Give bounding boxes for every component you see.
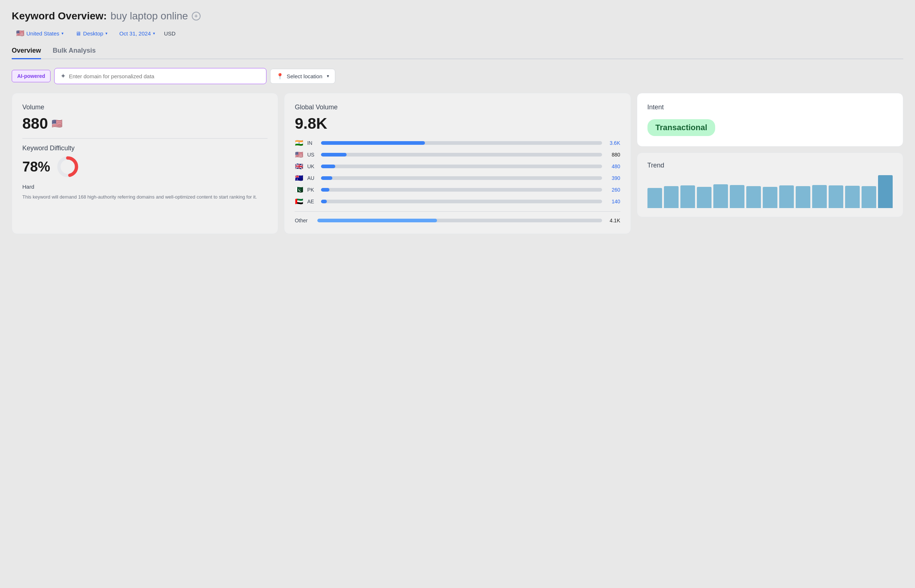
trend-bar-11 (829, 186, 843, 208)
cards-grid: Volume 880 🇺🇸 Keyword Difficulty 78% Har… (12, 93, 903, 234)
val-ae: 140 (606, 199, 620, 204)
location-chevron-icon: ▾ (62, 31, 64, 36)
country-row-pk: 🇵🇰 PK 260 (295, 186, 620, 194)
difficulty-donut-chart (56, 155, 79, 178)
bar-fill-in (321, 141, 425, 145)
trend-bar-12 (845, 186, 860, 208)
country-row-in: 🇮🇳 IN 3.6K (295, 139, 620, 147)
code-in: IN (307, 140, 317, 146)
global-divider (295, 212, 620, 212)
title-prefix: Keyword Overview: (12, 10, 107, 22)
device-chevron-icon: ▾ (105, 31, 108, 36)
country-row-us: 🇺🇸 US 880 (295, 151, 620, 159)
other-label: Other (295, 218, 314, 223)
select-location-label: Select location (287, 73, 322, 79)
trend-bar-8 (779, 186, 794, 208)
bar-track-uk (321, 165, 602, 168)
volume-value: 880 🇺🇸 (22, 115, 267, 132)
flag-us: 🇺🇸 (295, 151, 303, 159)
flag-ae: 🇦🇪 (295, 197, 303, 205)
bar-track-ae (321, 200, 602, 203)
difficulty-row: 78% (22, 155, 267, 178)
bar-track-au (321, 176, 602, 180)
bar-fill-ae (321, 200, 327, 203)
filter-bar: 🇺🇸 United States ▾ 🖥 Desktop ▾ Oct 31, 2… (12, 27, 903, 39)
country-row-other: Other 4.1K (295, 218, 620, 223)
flag-in: 🇮🇳 (295, 139, 303, 147)
val-pk: 260 (606, 187, 620, 193)
location-filter-button[interactable]: 🇺🇸 United States ▾ (12, 27, 68, 39)
global-volume-label: Global Volume (295, 103, 620, 111)
trend-bar-5 (730, 185, 745, 208)
location-pin-icon: 📍 (276, 73, 283, 80)
code-pk: PK (307, 187, 317, 193)
code-uk: UK (307, 163, 317, 169)
bar-fill-other (317, 219, 437, 222)
trend-bar-0 (648, 188, 662, 208)
date-chevron-icon: ▾ (153, 31, 155, 36)
trend-bar-1 (664, 186, 679, 208)
difficulty-description: This keyword will demand 168 high-author… (22, 194, 267, 201)
intent-badge: Transactional (648, 119, 716, 136)
card-divider (22, 138, 267, 139)
bar-track-other (317, 219, 602, 222)
country-row-uk: 🇬🇧 UK 480 (295, 162, 620, 170)
code-ae: AE (307, 199, 317, 204)
trend-bar-3 (697, 187, 711, 208)
tabs-bar: Overview Bulk Analysis (12, 47, 903, 59)
bar-fill-pk (321, 188, 329, 192)
trend-bar-6 (746, 186, 761, 208)
date-label: Oct 31, 2024 (119, 30, 151, 37)
flag-pk: 🇵🇰 (295, 186, 303, 194)
val-us: 880 (606, 152, 620, 158)
trend-bar-7 (763, 187, 777, 208)
val-in: 3.6K (606, 140, 620, 146)
trend-bar-13 (862, 186, 876, 208)
select-location-button[interactable]: 📍 Select location ▾ (270, 69, 335, 84)
trend-bar-4 (713, 184, 728, 208)
bar-fill-au (321, 176, 332, 180)
code-us: US (307, 152, 317, 158)
trend-label: Trend (648, 162, 893, 169)
trend-bar-10 (812, 185, 827, 208)
page-title: Keyword Overview: buy laptop online + (12, 10, 903, 22)
tab-overview[interactable]: Overview (12, 47, 41, 59)
global-volume-value: 9.8K (295, 115, 620, 132)
keyword-text: buy laptop online (110, 10, 188, 22)
device-label: Desktop (83, 30, 103, 37)
trend-card: Trend (637, 152, 904, 217)
intent-card: Intent Transactional (637, 93, 904, 147)
ai-domain-input[interactable] (69, 73, 260, 79)
difficulty-label: Keyword Difficulty (22, 144, 267, 152)
trend-bar-14 (878, 175, 893, 208)
location-btn-chevron-icon: ▾ (327, 73, 329, 79)
add-keyword-button[interactable]: + (192, 12, 201, 21)
device-filter-button[interactable]: 🖥 Desktop ▾ (71, 28, 112, 39)
flag-au: 🇦🇺 (295, 174, 303, 182)
country-row-au: 🇦🇺 AU 390 (295, 174, 620, 182)
sparkle-icon: ✦ (60, 72, 66, 80)
val-au: 390 (606, 175, 620, 181)
location-flag: 🇺🇸 (16, 29, 24, 37)
trend-bar-9 (796, 186, 810, 208)
difficulty-percentage: 78% (22, 159, 50, 175)
volume-flag: 🇺🇸 (52, 118, 63, 129)
location-label: United States (26, 30, 59, 37)
val-uk: 480 (606, 163, 620, 169)
device-icon: 🖥 (75, 30, 81, 37)
ai-powered-badge: AI-powered (12, 70, 50, 82)
country-row-ae: 🇦🇪 AE 140 (295, 197, 620, 205)
trend-chart (648, 175, 893, 208)
bar-track-us (321, 153, 602, 157)
intent-label: Intent (648, 103, 893, 111)
date-filter-button[interactable]: Oct 31, 2024 ▾ (115, 28, 160, 39)
volume-number: 880 (22, 115, 48, 132)
difficulty-level: Hard (22, 184, 267, 190)
bar-track-pk (321, 188, 602, 192)
right-column: Intent Transactional Trend (637, 93, 904, 234)
ai-domain-input-wrap[interactable]: ✦ (54, 68, 266, 84)
global-volume-card: Global Volume 9.8K 🇮🇳 IN 3.6K 🇺🇸 US 880 … (284, 93, 631, 234)
volume-card: Volume 880 🇺🇸 Keyword Difficulty 78% Har… (12, 93, 278, 234)
tab-bulk-analysis[interactable]: Bulk Analysis (53, 47, 96, 59)
bar-fill-uk (321, 165, 335, 168)
